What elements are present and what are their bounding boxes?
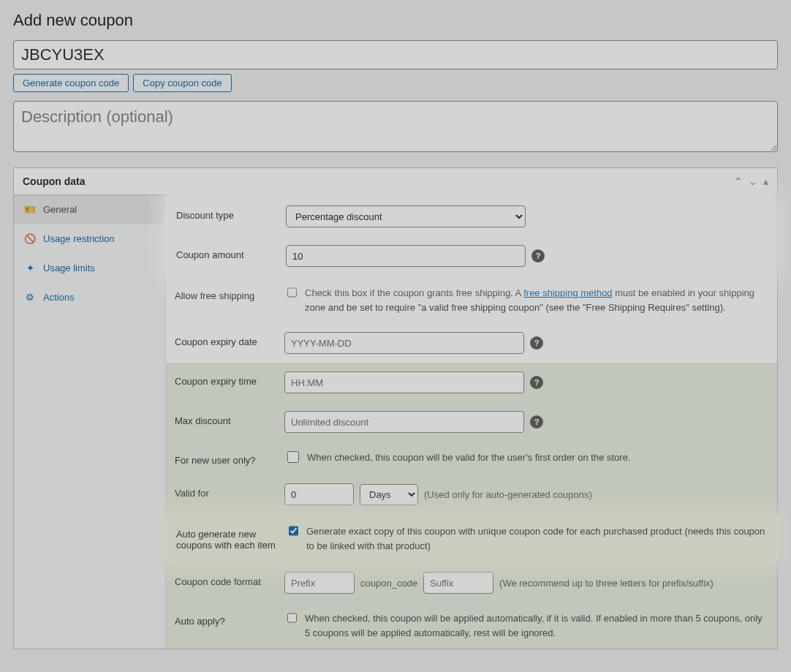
tab-label: Usage limits [43,263,95,273]
tab-label: Actions [43,292,75,303]
expiry-time-input[interactable] [284,371,524,393]
new-user-checkbox[interactable] [287,451,299,463]
generate-coupon-button[interactable]: Generate coupon code [13,74,129,92]
free-shipping-checkbox[interactable] [287,287,297,298]
coupon-amount-label: Coupon amount [176,245,286,260]
max-discount-input[interactable] [284,411,524,433]
help-icon[interactable]: ? [530,376,543,389]
panel-title: Coupon data [23,175,86,187]
tab-actions[interactable]: ⚙ Actions [14,283,165,312]
auto-generate-desc: Generate exact copy of this coupon with … [306,524,767,553]
block-icon: 🚫 [24,233,36,244]
valid-for-input[interactable] [284,483,354,505]
gear-icon: ⚙ [24,292,36,303]
valid-for-unit-select[interactable]: Days [360,484,418,505]
auto-generate-label: Auto generate new coupons with each item [176,524,286,551]
help-icon[interactable]: ? [530,415,543,429]
suffix-input[interactable] [423,572,493,594]
help-icon[interactable]: ? [531,249,545,263]
tab-general[interactable]: 🎫 General [14,195,165,224]
page-title: Add new coupon [13,0,778,40]
coupon-amount-input[interactable] [286,245,526,267]
valid-for-hint: (Used only for auto-generated coupons) [424,489,592,500]
new-user-label: For new user only? [175,450,284,466]
copy-coupon-button[interactable]: Copy coupon code [133,74,231,92]
code-format-label: Coupon code format [175,572,284,587]
ticket-icon: 🎫 [24,204,36,215]
new-user-desc: When checked, this coupon will be valid … [307,450,631,465]
discount-type-select[interactable]: Percentage discount [286,205,526,227]
tab-label: General [43,204,77,215]
code-middle: coupon_code [360,578,417,589]
tab-usage-limits[interactable]: ✦ Usage limits [14,254,165,283]
coupon-data-panel: Coupon data ⌃ ⌄ ▴ 🎫 General 🚫 Usage rest… [13,167,778,649]
expiry-date-label: Coupon expiry date [175,332,284,347]
auto-apply-checkbox[interactable] [287,612,297,624]
code-format-hint: (We recommend up to three letters for pr… [499,578,714,589]
free-shipping-link[interactable]: free shipping method [523,287,612,298]
auto-apply-desc: When checked, this coupon will be applie… [305,611,768,640]
auto-generate-checkbox[interactable] [289,525,298,537]
valid-for-label: Valid for [175,483,284,499]
panel-toggle-icon[interactable]: ▴ [763,175,768,187]
discount-type-label: Discount type [176,205,286,221]
expand-icon: ✦ [24,263,36,273]
free-shipping-desc: Check this box if the coupon grants free… [305,286,768,314]
prefix-input[interactable] [284,572,355,594]
panel-up-icon[interactable]: ⌃ [734,175,743,187]
expiry-time-label: Coupon expiry time [175,371,284,387]
panel-down-icon[interactable]: ⌄ [749,175,757,187]
max-discount-label: Max discount [175,411,284,426]
tab-label: Usage restriction [43,233,115,244]
expiry-date-input[interactable] [284,332,524,354]
coupon-code-input[interactable] [13,40,778,69]
description-textarea[interactable] [13,101,778,152]
free-shipping-label: Allow free shipping [175,286,284,301]
tab-usage-restriction[interactable]: 🚫 Usage restriction [14,224,165,254]
auto-apply-label: Auto apply? [175,611,284,627]
help-icon[interactable]: ? [530,336,543,350]
